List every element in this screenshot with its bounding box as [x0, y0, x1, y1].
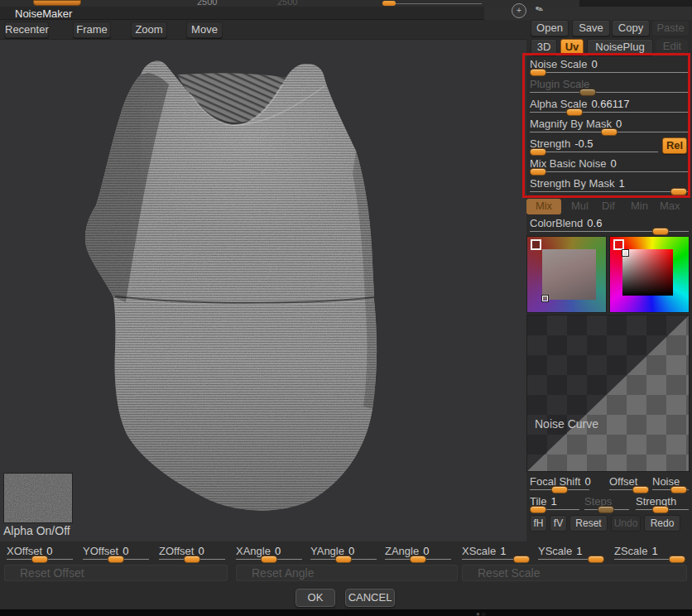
- noise-slider[interactable]: Noise: [652, 475, 689, 493]
- slider-value: 1: [550, 495, 556, 508]
- slider-handle[interactable]: [530, 69, 546, 76]
- color-picker-right-field[interactable]: [622, 249, 673, 296]
- color-picker-left[interactable]: [526, 236, 607, 313]
- mix-basic-noise-slider[interactable]: Mix Basic Noise0: [530, 157, 689, 176]
- noise-scale-slider[interactable]: Noise Scale0: [530, 58, 689, 76]
- slider-handle[interactable]: [670, 486, 687, 493]
- copy-button[interactable]: Copy: [612, 20, 650, 36]
- redo-button[interactable]: Redo: [644, 515, 680, 532]
- slider-handle: [579, 89, 596, 96]
- recenter-button[interactable]: Recenter: [4, 22, 49, 38]
- paste-button: Paste: [651, 20, 690, 36]
- slider-handle[interactable]: [261, 556, 277, 563]
- tab-3d[interactable]: 3D: [531, 39, 557, 55]
- flip-h-button[interactable]: fH: [530, 515, 547, 532]
- blend-tab-min[interactable]: Min: [631, 200, 648, 212]
- colorblend-slider[interactable]: ColorBlend0.6: [530, 217, 689, 235]
- yscale-slider[interactable]: YScale1: [538, 545, 604, 563]
- viewport-toolbar: Recenter Frame Zoom Move: [0, 20, 526, 40]
- slider-handle[interactable]: [652, 506, 669, 513]
- slider-value: 0: [610, 157, 616, 170]
- magnify-by-mask-slider[interactable]: Magnify By Mask0: [530, 118, 689, 136]
- slider-handle[interactable]: [184, 556, 200, 563]
- rel-button[interactable]: Rel: [662, 137, 687, 154]
- slider-handle[interactable]: [530, 506, 546, 513]
- slider-handle[interactable]: [588, 556, 604, 563]
- zoom-button[interactable]: Zoom: [131, 22, 167, 38]
- yangle-slider[interactable]: YAngle0: [310, 545, 377, 563]
- slider-handle[interactable]: [410, 556, 426, 563]
- slider-handle[interactable]: [566, 108, 583, 116]
- strength-slider[interactable]: Strength-0.5: [530, 137, 658, 156]
- blend-tab-mix[interactable]: Mix: [526, 199, 561, 214]
- bg-slider-handle: [382, 1, 396, 6]
- preview-viewport[interactable]: Recenter Frame Zoom Move: [0, 20, 526, 541]
- color-picker-right-marker[interactable]: [622, 250, 628, 256]
- slider-handle[interactable]: [670, 188, 687, 195]
- strength-curve-slider[interactable]: Strength: [636, 495, 689, 513]
- xscale-slider[interactable]: XScale1: [462, 545, 530, 563]
- ok-button[interactable]: OK: [296, 589, 335, 607]
- noise-curve-editor[interactable]: Noise Curve: [526, 315, 690, 472]
- alpha-thumbnail[interactable]: [3, 473, 73, 523]
- tab-uv[interactable]: Uv: [560, 39, 584, 55]
- zangle-slider[interactable]: ZAngle0: [385, 545, 451, 563]
- color-picker-right-swatch[interactable]: [613, 239, 624, 250]
- color-picker-left-marker[interactable]: [542, 296, 548, 301]
- flip-v-button[interactable]: fV: [550, 515, 567, 532]
- reset-offset-button[interactable]: Reset Offset: [4, 565, 228, 581]
- frame-button[interactable]: Frame: [73, 22, 111, 38]
- color-picker-right[interactable]: [609, 236, 690, 313]
- zoffset-slider[interactable]: ZOffset0: [159, 545, 225, 563]
- blend-tab-mul[interactable]: Mul: [571, 200, 589, 212]
- tab-edit: Edit: [656, 39, 688, 55]
- slider-track: [530, 191, 689, 192]
- slider-handle[interactable]: [551, 486, 568, 493]
- slider-handle[interactable]: [530, 148, 546, 156]
- move-button[interactable]: Move: [186, 22, 223, 38]
- undo-button: Undo: [611, 515, 641, 532]
- focal-shift-slider[interactable]: Focal Shift0: [530, 475, 589, 493]
- alpha-scale-slider[interactable]: Alpha Scale0.66117: [530, 98, 689, 116]
- slider-handle: [598, 506, 614, 513]
- bg-slider-track: [396, 3, 482, 4]
- tab-noiseplug[interactable]: NoisePlug: [587, 39, 653, 55]
- noisemaker-dialog: 2500 2500 NoiseMaker + ✎ Recenter Frame …: [0, 0, 692, 616]
- reset-scale-button[interactable]: Reset Scale: [462, 565, 687, 581]
- slider-value: -0.5: [574, 137, 593, 150]
- yoffset-slider[interactable]: YOffset0: [83, 545, 149, 563]
- slider-handle[interactable]: [632, 486, 649, 493]
- save-button[interactable]: Save: [572, 20, 610, 36]
- tile-slider[interactable]: Tile1: [530, 495, 579, 513]
- reset-angle-button[interactable]: Reset Angle: [236, 565, 458, 581]
- bg-dark-block: [579, 0, 692, 7]
- zscale-slider[interactable]: ZScale1: [614, 545, 685, 563]
- blend-tab-max[interactable]: Max: [660, 200, 680, 212]
- reset-curve-button[interactable]: Reset: [569, 515, 608, 532]
- slider-value: 0: [198, 545, 204, 557]
- slider-handle[interactable]: [31, 556, 48, 563]
- slider-handle[interactable]: [108, 556, 124, 563]
- slider-handle[interactable]: [669, 556, 685, 563]
- slider-value: 0.66117: [591, 98, 629, 110]
- slider-handle[interactable]: [530, 168, 546, 176]
- blend-tab-dif[interactable]: Dif: [602, 200, 615, 212]
- color-picker-left-field[interactable]: [542, 249, 596, 300]
- cancel-button[interactable]: CANCEL: [345, 589, 395, 607]
- xangle-slider[interactable]: XAngle0: [236, 545, 302, 563]
- xoffset-slider[interactable]: XOffset0: [7, 545, 73, 563]
- color-picker-left-swatch[interactable]: [531, 239, 541, 250]
- slider-handle[interactable]: [601, 128, 618, 136]
- slider-track: [530, 92, 689, 93]
- garment-preview[interactable]: [0, 40, 526, 541]
- alpha-onoff-label[interactable]: Alpha On/Off: [3, 524, 70, 537]
- slider-handle[interactable]: [652, 228, 669, 235]
- offset-slider[interactable]: Offset: [609, 475, 649, 493]
- slider-value: 0: [616, 118, 622, 130]
- strength-by-mask-slider[interactable]: Strength By Mask1: [530, 177, 689, 195]
- slider-label: XScale: [462, 545, 496, 557]
- open-button[interactable]: Open: [531, 20, 569, 36]
- slider-label: ZScale: [614, 545, 647, 557]
- slider-handle[interactable]: [335, 556, 352, 563]
- slider-handle[interactable]: [513, 556, 530, 563]
